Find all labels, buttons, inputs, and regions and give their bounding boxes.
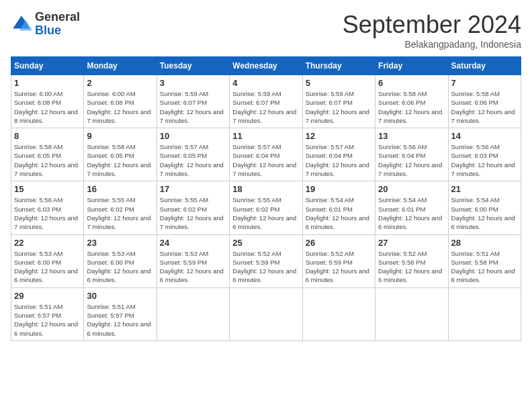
logo: General Blue [11,11,80,38]
cell-info: Sunrise: 5:54 AMSunset: 6:01 PMDaylight:… [306,195,372,231]
calendar-cell: 6 Sunrise: 5:58 AMSunset: 6:06 PMDayligh… [375,75,448,128]
calendar-cell [448,287,521,340]
calendar-cell: 24 Sunrise: 5:53 AMSunset: 5:59 PMDaylig… [157,234,229,287]
day-number: 21 [451,184,518,194]
cell-info: Sunrise: 5:53 AMSunset: 5:59 PMDaylight:… [160,249,226,285]
calendar-cell: 13 Sunrise: 5:56 AMSunset: 6:04 PMDaylig… [375,128,448,181]
page-header: General Blue September 2024 Belakangpada… [11,11,521,50]
location: Belakangpadang, Indonesia [343,39,521,50]
calendar-cell: 18 Sunrise: 5:55 AMSunset: 6:02 PMDaylig… [230,181,302,234]
cell-info: Sunrise: 5:51 AMSunset: 5:58 PMDaylight:… [451,249,518,285]
cell-info: Sunrise: 5:53 AMSunset: 6:00 PMDaylight:… [87,249,153,285]
calendar-cell: 27 Sunrise: 5:52 AMSunset: 5:58 PMDaylig… [375,234,448,287]
calendar-cell: 17 Sunrise: 5:55 AMSunset: 6:02 PMDaylig… [157,181,229,234]
day-number: 13 [378,131,445,141]
cell-info: Sunrise: 5:54 AMSunset: 6:00 PMDaylight:… [451,195,518,231]
calendar-cell: 11 Sunrise: 5:57 AMSunset: 6:04 PMDaylig… [230,128,302,181]
day-number: 11 [232,131,299,141]
day-number: 5 [306,78,372,88]
header-row: SundayMondayTuesdayWednesdayThursdayFrid… [11,57,521,75]
day-number: 25 [232,238,299,248]
calendar-cell: 5 Sunrise: 5:59 AMSunset: 6:07 PMDayligh… [302,75,375,128]
day-number: 23 [87,238,153,248]
week-row-4: 29 Sunrise: 5:51 AMSunset: 5:57 PMDaylig… [11,287,521,340]
calendar-cell: 8 Sunrise: 5:58 AMSunset: 6:05 PMDayligh… [11,128,84,181]
calendar-cell: 7 Sunrise: 5:58 AMSunset: 6:06 PMDayligh… [448,75,521,128]
day-number: 16 [87,184,153,194]
cell-info: Sunrise: 5:58 AMSunset: 6:05 PMDaylight:… [14,142,81,178]
calendar-cell: 20 Sunrise: 5:54 AMSunset: 6:01 PMDaylig… [375,181,448,234]
day-number: 27 [378,238,445,248]
day-number: 8 [14,131,81,141]
day-number: 7 [451,78,518,88]
day-number: 30 [87,291,153,301]
title-block: September 2024 Belakangpadang, Indonesia [343,11,521,50]
day-number: 14 [451,131,518,141]
cell-info: Sunrise: 5:57 AMSunset: 6:05 PMDaylight:… [160,142,226,178]
day-number: 1 [14,78,81,88]
col-header-tuesday: Tuesday [157,57,229,75]
day-number: 9 [87,131,153,141]
calendar-body: 1 Sunrise: 6:00 AMSunset: 6:08 PMDayligh… [11,75,521,341]
day-number: 2 [87,78,153,88]
calendar-cell: 1 Sunrise: 6:00 AMSunset: 6:08 PMDayligh… [11,75,84,128]
calendar-cell: 23 Sunrise: 5:53 AMSunset: 6:00 PMDaylig… [84,234,157,287]
calendar-header: SundayMondayTuesdayWednesdayThursdayFrid… [11,57,521,75]
cell-info: Sunrise: 5:53 AMSunset: 6:00 PMDaylight:… [14,249,81,285]
week-row-1: 8 Sunrise: 5:58 AMSunset: 6:05 PMDayligh… [11,128,521,181]
month-title: September 2024 [343,11,521,39]
cell-info: Sunrise: 5:52 AMSunset: 5:59 PMDaylight:… [232,249,299,285]
cell-info: Sunrise: 5:56 AMSunset: 6:04 PMDaylight:… [378,142,445,178]
calendar-cell: 26 Sunrise: 5:52 AMSunset: 5:59 PMDaylig… [302,234,375,287]
week-row-2: 15 Sunrise: 5:56 AMSunset: 6:03 PMDaylig… [11,181,521,234]
calendar-table: SundayMondayTuesdayWednesdayThursdayFrid… [11,56,521,341]
cell-info: Sunrise: 5:55 AMSunset: 6:02 PMDaylight:… [160,195,226,231]
calendar-cell [375,287,448,340]
calendar-cell: 3 Sunrise: 5:59 AMSunset: 6:07 PMDayligh… [157,75,229,128]
day-number: 12 [306,131,372,141]
week-row-3: 22 Sunrise: 5:53 AMSunset: 6:00 PMDaylig… [11,234,521,287]
cell-info: Sunrise: 5:58 AMSunset: 6:06 PMDaylight:… [378,89,445,125]
day-number: 20 [378,184,445,194]
cell-info: Sunrise: 5:59 AMSunset: 6:07 PMDaylight:… [306,89,372,125]
cell-info: Sunrise: 5:51 AMSunset: 5:57 PMDaylight:… [14,302,81,338]
calendar-cell: 30 Sunrise: 5:51 AMSunset: 5:57 PMDaylig… [84,287,157,340]
cell-info: Sunrise: 5:57 AMSunset: 6:04 PMDaylight:… [232,142,299,178]
cell-info: Sunrise: 5:55 AMSunset: 6:02 PMDaylight:… [87,195,153,231]
cell-info: Sunrise: 5:58 AMSunset: 6:06 PMDaylight:… [451,89,518,125]
day-number: 4 [232,78,299,88]
cell-info: Sunrise: 5:57 AMSunset: 6:04 PMDaylight:… [306,142,372,178]
col-header-saturday: Saturday [448,57,521,75]
logo-text: General Blue [35,11,80,38]
day-number: 17 [160,184,226,194]
day-number: 22 [14,238,81,248]
calendar-cell: 16 Sunrise: 5:55 AMSunset: 6:02 PMDaylig… [84,181,157,234]
calendar-cell [302,287,375,340]
calendar-cell: 15 Sunrise: 5:56 AMSunset: 6:03 PMDaylig… [11,181,84,234]
calendar-cell: 4 Sunrise: 5:59 AMSunset: 6:07 PMDayligh… [230,75,302,128]
cell-info: Sunrise: 5:56 AMSunset: 6:03 PMDaylight:… [14,195,81,231]
calendar-cell: 10 Sunrise: 5:57 AMSunset: 6:05 PMDaylig… [157,128,229,181]
day-number: 3 [160,78,226,88]
cell-info: Sunrise: 5:55 AMSunset: 6:02 PMDaylight:… [232,195,299,231]
calendar-cell: 25 Sunrise: 5:52 AMSunset: 5:59 PMDaylig… [230,234,302,287]
cell-info: Sunrise: 5:59 AMSunset: 6:07 PMDaylight:… [232,89,299,125]
calendar-cell: 21 Sunrise: 5:54 AMSunset: 6:00 PMDaylig… [448,181,521,234]
day-number: 29 [14,291,81,301]
col-header-friday: Friday [375,57,448,75]
calendar-cell [230,287,302,340]
cell-info: Sunrise: 5:52 AMSunset: 5:59 PMDaylight:… [306,249,372,285]
cell-info: Sunrise: 5:58 AMSunset: 6:05 PMDaylight:… [87,142,153,178]
day-number: 19 [306,184,372,194]
cell-info: Sunrise: 5:54 AMSunset: 6:01 PMDaylight:… [378,195,445,231]
col-header-wednesday: Wednesday [230,57,302,75]
day-number: 26 [306,238,372,248]
calendar-cell: 19 Sunrise: 5:54 AMSunset: 6:01 PMDaylig… [302,181,375,234]
cell-info: Sunrise: 5:59 AMSunset: 6:07 PMDaylight:… [160,89,226,125]
calendar-cell: 29 Sunrise: 5:51 AMSunset: 5:57 PMDaylig… [11,287,84,340]
day-number: 18 [232,184,299,194]
calendar-cell: 28 Sunrise: 5:51 AMSunset: 5:58 PMDaylig… [448,234,521,287]
cell-info: Sunrise: 6:00 AMSunset: 6:08 PMDaylight:… [14,89,81,125]
logo-icon [11,13,32,35]
cell-info: Sunrise: 5:56 AMSunset: 6:03 PMDaylight:… [451,142,518,178]
